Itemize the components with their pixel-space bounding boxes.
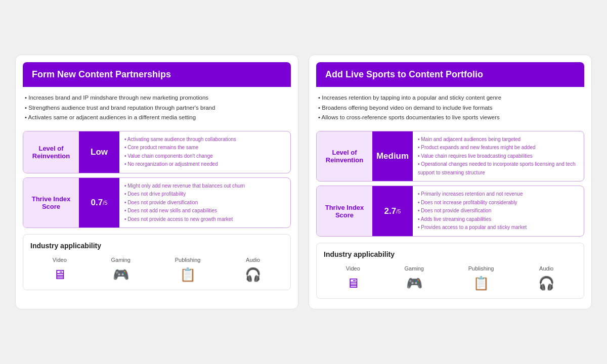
- thrive-details: Might only add new revenue that balances…: [119, 178, 290, 228]
- detail-item: Does not add new skills and capabilities: [124, 207, 285, 215]
- card-2-reinvention-block: Level of ReinventionMediumMain and adjac…: [316, 131, 584, 182]
- card-1-industry-block: Industry applicabilityVideo🖥Gaming🎮Publi…: [23, 234, 291, 290]
- thrive-label: Thrive Index Score: [23, 178, 79, 228]
- video-icon: 🖥: [53, 267, 66, 283]
- detail-item: Adds live streaming capabilities: [418, 215, 579, 224]
- industry-item-gaming: Gaming🎮: [111, 257, 131, 283]
- card-1: Form New Content PartnershipsIncreases b…: [15, 55, 298, 309]
- thrive-details: Primarily increases retention and not re…: [413, 186, 584, 236]
- video-icon: 🖥: [346, 276, 360, 291]
- bullet-item: Increases brand and IP mindshare through…: [25, 93, 289, 103]
- industry-item-label: Gaming: [404, 265, 424, 271]
- industry-item-video: Video🖥: [346, 265, 360, 291]
- industry-icons-row: Video🖥Gaming🎮Publishing📋Audio🎧: [30, 257, 283, 283]
- detail-item: Does not provide access to new growth ma…: [124, 215, 285, 224]
- publishing-icon: 📋: [180, 267, 196, 283]
- thrive-value: 0.7/5: [79, 178, 119, 228]
- publishing-icon: 📋: [473, 276, 489, 291]
- detail-item: Product expands and new features might b…: [418, 144, 579, 152]
- detail-item: Does not drive profitability: [124, 190, 285, 199]
- industry-item-label: Video: [346, 265, 360, 271]
- card-2-industry-block: Industry applicabilityVideo🖥Gaming🎮Publi…: [316, 243, 584, 299]
- gaming-icon: 🎮: [113, 267, 129, 283]
- bullet-item: Allows to cross-reference sports documen…: [318, 113, 582, 123]
- card-1-thrive-block: Thrive Index Score0.7/5Might only add ne…: [23, 177, 291, 229]
- industry-item-label: Video: [53, 257, 67, 263]
- detail-item: Operational changes needed to incorporat…: [418, 160, 579, 177]
- reinvention-value: Medium: [372, 131, 413, 181]
- detail-item: Activating same audience through collabo…: [124, 135, 285, 144]
- card-2-bullets: Increases retention by tapping into a po…: [309, 87, 591, 127]
- gaming-icon: 🎮: [406, 276, 422, 291]
- detail-item: Does not provide diversification: [418, 207, 579, 215]
- bullet-item: Strengthens audience trust and brand rep…: [25, 103, 289, 113]
- industry-item-gaming: Gaming🎮: [404, 265, 424, 291]
- industry-item-label: Publishing: [175, 257, 201, 263]
- industry-item-label: Gaming: [111, 257, 131, 263]
- industry-item-publishing: Publishing📋: [468, 265, 494, 291]
- card-1-bullets: Increases brand and IP mindshare through…: [16, 87, 298, 127]
- page-wrapper: Form New Content PartnershipsIncreases b…: [0, 39, 607, 325]
- detail-item: Main and adjacent audiences being target…: [418, 135, 579, 144]
- card-1-header: Form New Content Partnerships: [23, 62, 291, 87]
- card-2-thrive-block: Thrive Index Score2.7/5Primarily increas…: [316, 186, 584, 237]
- industry-item-audio: Audio🎧: [245, 257, 261, 283]
- audio-icon: 🎧: [245, 267, 261, 283]
- bullet-item: Broadens offering beyond video on demand…: [318, 103, 582, 113]
- detail-item: Does not increase profitability consider…: [418, 199, 579, 207]
- detail-item: Core product remains the same: [124, 144, 285, 152]
- bullet-item: Activates same or adjacent audiences in …: [25, 113, 289, 123]
- industry-title: Industry applicability: [30, 242, 283, 250]
- industry-item-audio: Audio🎧: [538, 265, 554, 291]
- detail-item: Provides access to a popular and sticky …: [418, 223, 579, 232]
- detail-item: Value chain components don't change: [124, 152, 285, 161]
- reinvention-details: Main and adjacent audiences being target…: [413, 131, 584, 181]
- industry-item-publishing: Publishing📋: [175, 257, 201, 283]
- card-2: Add Live Sports to Content PortfolioIncr…: [309, 55, 592, 309]
- industry-title: Industry applicability: [324, 250, 577, 258]
- reinvention-label: Level of Reinvention: [317, 131, 372, 181]
- card-1-reinvention-block: Level of ReinventionLowActivating same a…: [23, 131, 291, 173]
- industry-item-label: Audio: [539, 265, 553, 271]
- detail-item: Might only add new revenue that balances…: [124, 182, 285, 191]
- thrive-value: 2.7/5: [372, 186, 413, 236]
- audio-icon: 🎧: [538, 276, 554, 291]
- detail-item: Value chain requires live broadcasting c…: [418, 152, 579, 161]
- detail-item: Does not provide diversification: [124, 199, 285, 207]
- industry-item-video: Video🖥: [53, 257, 67, 283]
- detail-item: Primarily increases retention and not re…: [418, 190, 579, 199]
- bullet-item: Increases retention by tapping into a po…: [318, 93, 582, 103]
- reinvention-details: Activating same audience through collabo…: [119, 131, 290, 173]
- industry-icons-row: Video🖥Gaming🎮Publishing📋Audio🎧: [324, 265, 577, 291]
- reinvention-value: Low: [79, 131, 119, 173]
- card-2-header: Add Live Sports to Content Portfolio: [316, 62, 584, 87]
- industry-item-label: Audio: [246, 257, 260, 263]
- detail-item: No reorganization or adjustment needed: [124, 160, 285, 169]
- thrive-label: Thrive Index Score: [317, 186, 372, 236]
- industry-item-label: Publishing: [468, 265, 494, 271]
- reinvention-label: Level of Reinvention: [23, 131, 79, 173]
